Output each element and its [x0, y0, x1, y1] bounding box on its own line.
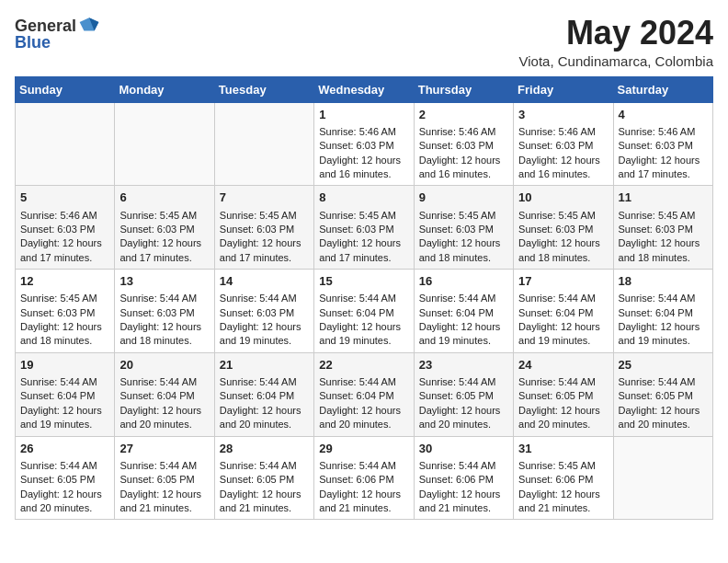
day-of-week-header: Sunday	[16, 76, 115, 102]
day-info-line: Sunset: 6:05 PM	[220, 473, 309, 487]
day-info-line: and 18 minutes.	[20, 334, 109, 348]
calendar-day-cell: 26Sunrise: 5:44 AMSunset: 6:05 PMDayligh…	[16, 436, 115, 520]
day-info-line: Sunrise: 5:44 AM	[619, 375, 708, 389]
calendar-day-cell: 24Sunrise: 5:44 AMSunset: 6:05 PMDayligh…	[514, 352, 613, 436]
day-number: 5	[20, 190, 109, 206]
day-info-line: Sunset: 6:04 PM	[518, 306, 608, 320]
day-info-line: and 16 minutes.	[518, 167, 608, 181]
day-info-line: Sunset: 6:03 PM	[619, 139, 708, 153]
day-info-line: and 19 minutes.	[518, 334, 608, 348]
calendar-day-cell: 5Sunrise: 5:46 AMSunset: 6:03 PMDaylight…	[16, 186, 115, 270]
day-info-line: and 21 minutes.	[119, 501, 209, 515]
day-info-line: Sunrise: 5:44 AM	[119, 375, 209, 389]
day-info-line: and 19 minutes.	[619, 334, 708, 348]
day-info-line: Sunrise: 5:46 AM	[319, 125, 408, 139]
day-info-line: Sunset: 6:04 PM	[220, 389, 309, 403]
day-info-line: and 17 minutes.	[20, 251, 109, 265]
day-number: 14	[220, 273, 309, 290]
calendar-day-cell: 29Sunrise: 5:44 AMSunset: 6:06 PMDayligh…	[314, 436, 414, 520]
day-info-line: Daylight: 12 hours	[419, 404, 508, 418]
day-info-line: Sunset: 6:05 PM	[419, 389, 508, 403]
day-info-line: Sunset: 6:03 PM	[319, 223, 408, 236]
day-number: 30	[419, 441, 508, 457]
day-info-line: Sunrise: 5:44 AM	[319, 459, 408, 473]
day-info-line: Sunrise: 5:44 AM	[319, 292, 408, 305]
calendar-day-cell: 6Sunrise: 5:45 AMSunset: 6:03 PMDaylight…	[115, 186, 214, 270]
day-info-line: Sunset: 6:03 PM	[319, 139, 408, 153]
logo-icon	[78, 15, 100, 37]
calendar-day-cell: 3Sunrise: 5:46 AMSunset: 6:03 PMDaylight…	[514, 102, 613, 186]
day-info-line: Sunset: 6:06 PM	[419, 473, 508, 487]
day-number: 1	[319, 107, 408, 123]
day-info-line: and 20 minutes.	[619, 418, 708, 431]
day-info-line: Sunset: 6:03 PM	[20, 306, 109, 320]
calendar-day-cell: 9Sunrise: 5:45 AMSunset: 6:03 PMDaylight…	[414, 186, 513, 270]
day-info-line: Daylight: 12 hours	[220, 236, 309, 250]
day-info-line: Sunset: 6:05 PM	[518, 389, 608, 403]
day-info-line: and 16 minutes.	[319, 167, 408, 181]
day-info-line: Daylight: 12 hours	[119, 404, 209, 418]
calendar-day-cell: 20Sunrise: 5:44 AMSunset: 6:04 PMDayligh…	[115, 352, 214, 436]
day-info-line: Daylight: 12 hours	[20, 488, 109, 501]
day-number: 21	[220, 357, 309, 373]
day-info-line: Sunrise: 5:45 AM	[518, 209, 608, 223]
day-of-week-header: Thursday	[414, 76, 513, 102]
day-number: 16	[419, 273, 508, 290]
day-info-line: Sunrise: 5:45 AM	[220, 209, 309, 223]
day-info-line: Sunrise: 5:45 AM	[419, 209, 508, 223]
day-info-line: Daylight: 12 hours	[518, 488, 608, 501]
day-info-line: Daylight: 12 hours	[20, 404, 109, 418]
day-info-line: and 20 minutes.	[319, 418, 408, 431]
calendar-day-cell: 18Sunrise: 5:44 AMSunset: 6:04 PMDayligh…	[613, 270, 712, 353]
day-number: 11	[619, 190, 708, 206]
calendar-day-cell: 14Sunrise: 5:44 AMSunset: 6:03 PMDayligh…	[214, 270, 313, 353]
day-number: 10	[518, 190, 608, 206]
day-info-line: Daylight: 12 hours	[619, 404, 708, 418]
day-info-line: Sunset: 6:04 PM	[20, 389, 109, 403]
day-number: 2	[419, 107, 508, 123]
day-info-line: Sunrise: 5:44 AM	[220, 375, 309, 389]
day-info-line: and 16 minutes.	[419, 167, 508, 181]
calendar-day-cell: 23Sunrise: 5:44 AMSunset: 6:05 PMDayligh…	[414, 352, 513, 436]
day-info-line: Daylight: 12 hours	[619, 320, 708, 334]
day-info-line: Daylight: 12 hours	[119, 320, 209, 334]
day-info-line: Sunset: 6:03 PM	[20, 223, 109, 236]
day-info-line: and 19 minutes.	[419, 334, 508, 348]
day-info-line: Sunrise: 5:44 AM	[319, 375, 408, 389]
day-number: 12	[20, 273, 109, 290]
day-number: 28	[220, 441, 309, 457]
day-info-line: and 17 minutes.	[220, 251, 309, 265]
day-info-line: Daylight: 12 hours	[518, 236, 608, 250]
calendar-day-cell: 28Sunrise: 5:44 AMSunset: 6:05 PMDayligh…	[214, 436, 313, 520]
calendar-day-cell: 4Sunrise: 5:46 AMSunset: 6:03 PMDaylight…	[613, 102, 712, 186]
day-info-line: Daylight: 12 hours	[220, 488, 309, 501]
day-info-line: Sunset: 6:05 PM	[619, 389, 708, 403]
day-info-line: Sunset: 6:03 PM	[518, 139, 608, 153]
day-number: 31	[518, 441, 608, 457]
calendar-day-cell	[214, 102, 313, 186]
day-info-line: and 18 minutes.	[419, 251, 508, 265]
calendar-week-row: 5Sunrise: 5:46 AMSunset: 6:03 PMDaylight…	[16, 186, 713, 270]
calendar-day-cell: 22Sunrise: 5:44 AMSunset: 6:04 PMDayligh…	[314, 352, 414, 436]
logo: General Blue	[15, 15, 100, 52]
day-of-week-header: Wednesday	[314, 76, 414, 102]
day-info-line: and 20 minutes.	[20, 501, 109, 515]
calendar-day-cell: 16Sunrise: 5:44 AMSunset: 6:04 PMDayligh…	[414, 270, 513, 353]
day-info-line: Sunset: 6:06 PM	[319, 473, 408, 487]
day-info-line: Sunrise: 5:44 AM	[220, 292, 309, 305]
day-info-line: and 17 minutes.	[119, 251, 209, 265]
day-info-line: Daylight: 12 hours	[119, 488, 209, 501]
day-info-line: Sunset: 6:03 PM	[119, 306, 209, 320]
day-of-week-header: Monday	[115, 76, 214, 102]
day-info-line: Sunset: 6:04 PM	[319, 306, 408, 320]
calendar-day-cell	[16, 102, 115, 186]
day-info-line: Daylight: 12 hours	[619, 236, 708, 250]
day-number: 13	[119, 273, 209, 290]
day-info-line: and 21 minutes.	[319, 501, 408, 515]
day-info-line: Sunrise: 5:44 AM	[119, 459, 209, 473]
day-number: 6	[119, 190, 209, 206]
calendar-week-row: 19Sunrise: 5:44 AMSunset: 6:04 PMDayligh…	[16, 352, 713, 436]
calendar-day-cell	[613, 436, 712, 520]
day-info-line: Daylight: 12 hours	[518, 404, 608, 418]
day-info-line: Sunset: 6:03 PM	[419, 223, 508, 236]
